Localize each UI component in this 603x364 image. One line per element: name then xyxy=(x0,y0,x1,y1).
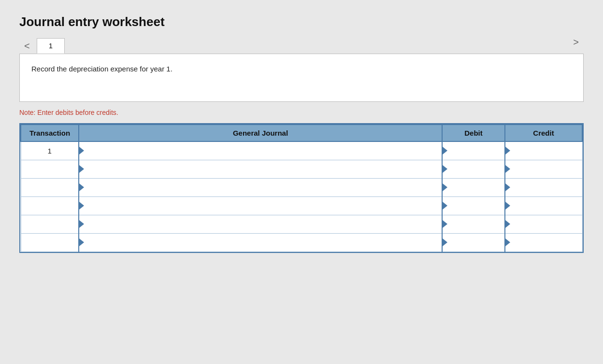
cell-transaction-5 xyxy=(21,233,79,252)
cell-arrow-credit-0 xyxy=(505,147,510,154)
col-header-transaction: Transaction xyxy=(21,125,79,141)
input-debit-0[interactable] xyxy=(443,142,504,160)
cell-arrow-credit-1 xyxy=(505,165,510,173)
col-header-debit: Debit xyxy=(442,125,505,141)
cell-credit-1[interactable] xyxy=(505,160,582,178)
cell-credit-3[interactable] xyxy=(505,196,582,215)
cell-transaction-2 xyxy=(21,178,79,196)
journal-table-wrapper: Transaction General Journal Debit Credit… xyxy=(19,123,584,253)
note-text: Note: Enter debits before credits. xyxy=(19,109,584,116)
cell-debit-4[interactable] xyxy=(442,215,505,233)
input-credit-1[interactable] xyxy=(505,160,582,178)
next-arrow[interactable]: > xyxy=(568,34,584,50)
cell-debit-1[interactable] xyxy=(442,160,505,178)
page-title: Journal entry worksheet xyxy=(19,14,584,29)
input-credit-5[interactable] xyxy=(505,234,582,252)
input-debit-3[interactable] xyxy=(443,197,504,215)
cell-arrow-credit-2 xyxy=(505,183,510,191)
cell-general-journal-3[interactable] xyxy=(79,196,442,215)
cell-arrow-credit-5 xyxy=(505,238,510,246)
cell-general-journal-5[interactable] xyxy=(79,233,442,252)
cell-arrow-journal-0 xyxy=(79,147,84,154)
cell-credit-4[interactable] xyxy=(505,215,582,233)
input-general-journal-4[interactable] xyxy=(79,215,442,233)
cell-arrow-debit-3 xyxy=(443,202,447,210)
cell-arrow-credit-4 xyxy=(505,220,510,228)
cell-arrow-debit-0 xyxy=(443,147,447,154)
input-general-journal-5[interactable] xyxy=(79,234,442,252)
input-general-journal-1[interactable] xyxy=(79,160,442,178)
active-tab[interactable]: 1 xyxy=(37,38,65,54)
table-header-row: Transaction General Journal Debit Credit xyxy=(21,125,582,141)
input-general-journal-0[interactable] xyxy=(79,142,442,160)
col-header-general-journal: General Journal xyxy=(79,125,442,141)
input-debit-5[interactable] xyxy=(443,234,504,252)
table-row xyxy=(21,233,582,252)
cell-general-journal-2[interactable] xyxy=(79,178,442,196)
cell-general-journal-0[interactable] xyxy=(79,141,442,160)
input-debit-2[interactable] xyxy=(443,179,504,196)
cell-debit-0[interactable] xyxy=(442,141,505,160)
cell-arrow-journal-2 xyxy=(79,183,84,191)
cell-arrow-debit-1 xyxy=(443,165,447,173)
cell-transaction-0: 1 xyxy=(21,141,79,160)
journal-table: Transaction General Journal Debit Credit… xyxy=(20,124,583,252)
cell-transaction-1 xyxy=(21,160,79,178)
input-credit-3[interactable] xyxy=(505,197,582,215)
cell-general-journal-4[interactable] xyxy=(79,215,442,233)
cell-debit-5[interactable] xyxy=(442,233,505,252)
cell-arrow-journal-5 xyxy=(79,238,84,246)
input-debit-1[interactable] xyxy=(443,160,504,178)
description-box: Record the depreciation expense for year… xyxy=(19,54,584,102)
cell-transaction-4 xyxy=(21,215,79,233)
cell-arrow-debit-2 xyxy=(443,183,447,191)
cell-credit-5[interactable] xyxy=(505,233,582,252)
input-debit-4[interactable] xyxy=(443,215,504,233)
cell-debit-3[interactable] xyxy=(442,196,505,215)
input-general-journal-2[interactable] xyxy=(79,179,442,196)
prev-arrow[interactable]: < xyxy=(19,38,35,54)
table-row: 1 xyxy=(21,141,582,160)
cell-credit-0[interactable] xyxy=(505,141,582,160)
table-row xyxy=(21,196,582,215)
input-credit-4[interactable] xyxy=(505,215,582,233)
cell-arrow-credit-3 xyxy=(505,202,510,210)
col-header-credit: Credit xyxy=(505,125,582,141)
cell-transaction-3 xyxy=(21,196,79,215)
cell-general-journal-1[interactable] xyxy=(79,160,442,178)
input-credit-0[interactable] xyxy=(505,142,582,160)
cell-arrow-debit-4 xyxy=(443,220,447,228)
cell-arrow-journal-3 xyxy=(79,202,84,210)
cell-credit-2[interactable] xyxy=(505,178,582,196)
input-credit-2[interactable] xyxy=(505,179,582,196)
cell-arrow-journal-1 xyxy=(79,165,84,173)
cell-debit-2[interactable] xyxy=(442,178,505,196)
table-row xyxy=(21,160,582,178)
cell-arrow-journal-4 xyxy=(79,220,84,228)
table-row xyxy=(21,178,582,196)
input-general-journal-3[interactable] xyxy=(79,197,442,215)
tabs-row: < 1 > xyxy=(19,38,584,54)
description-text: Record the depreciation expense for year… xyxy=(31,64,572,75)
cell-arrow-debit-5 xyxy=(443,238,447,246)
table-row xyxy=(21,215,582,233)
